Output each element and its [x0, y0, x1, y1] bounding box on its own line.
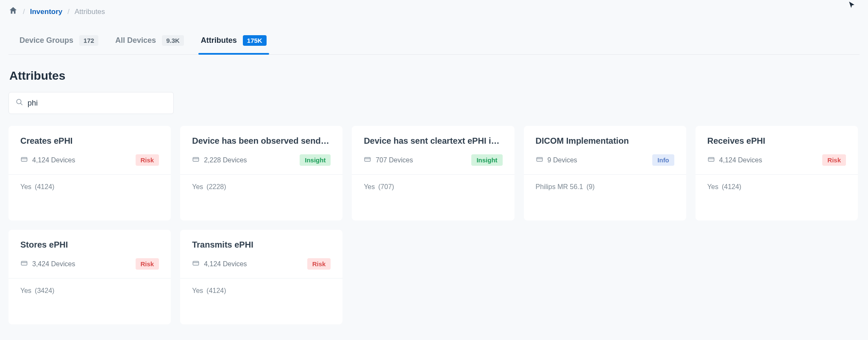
attribute-card-title: Creates ePHI [20, 136, 159, 146]
page-title: Attributes [9, 69, 859, 83]
attribute-card[interactable]: DICOM Implementation 9 Devices Info Phil… [524, 126, 686, 220]
attribute-value-label: Yes [192, 287, 203, 295]
attribute-value-count: (4124) [206, 287, 226, 295]
cursor-icon [848, 1, 856, 11]
breadcrumb-current: Attributes [75, 8, 105, 16]
device-count-text: 707 Devices [376, 156, 413, 164]
attribute-value-row: Yes (4124) [20, 183, 159, 191]
svg-rect-6 [365, 157, 371, 161]
tab-count-badge: 175K [243, 35, 267, 46]
device-count-text: 2,228 Devices [204, 156, 247, 164]
tab-label: Attributes [201, 36, 237, 45]
device-count-text: 4,124 Devices [719, 156, 762, 164]
attribute-value-count: (2228) [206, 183, 226, 191]
attribute-badge: Insight [471, 154, 502, 166]
attribute-value-count: (707) [378, 183, 394, 191]
breadcrumb-separator: / [67, 8, 70, 16]
tab-count-badge: 9.3K [162, 35, 184, 46]
attribute-value-row: Philips MR 56.1 (9) [536, 183, 674, 191]
attribute-value-count: (9) [587, 183, 595, 191]
attribute-card[interactable]: Creates ePHI 4,124 Devices Risk Yes (412… [8, 126, 171, 220]
device-icon [192, 259, 200, 269]
attribute-card[interactable]: Device has been observed sending… 2,228 … [180, 126, 342, 220]
device-count-text: 3,424 Devices [32, 260, 75, 268]
device-count-text: 4,124 Devices [32, 156, 75, 164]
device-count: 3,424 Devices [20, 259, 75, 269]
attribute-badge: Risk [136, 258, 159, 270]
attribute-value-label: Philips MR 56.1 [536, 183, 583, 191]
tab-device-groups[interactable]: Device Groups 172 [17, 28, 101, 54]
attribute-card[interactable]: Receives ePHI 4,124 Devices Risk Yes (41… [696, 126, 858, 220]
search-icon [16, 98, 23, 108]
device-count: 4,124 Devices [20, 156, 75, 165]
attribute-badge: Risk [822, 154, 846, 166]
device-count: 707 Devices [364, 156, 413, 165]
device-count: 4,124 Devices [707, 156, 762, 165]
attribute-value-row: Yes (2228) [192, 183, 331, 191]
device-icon [707, 156, 715, 165]
svg-rect-2 [21, 157, 27, 161]
attribute-card-title: Receives ePHI [707, 136, 846, 146]
attribute-badge: Insight [300, 154, 331, 166]
attribute-value-count: (4124) [722, 183, 741, 191]
attribute-card-title: Device has sent cleartext ePHI inte… [364, 136, 502, 146]
device-count-text: 4,124 Devices [204, 260, 247, 268]
device-count-text: 9 Devices [548, 156, 577, 164]
attribute-value-row: Yes (4124) [192, 287, 331, 295]
svg-rect-10 [708, 157, 714, 161]
svg-rect-4 [193, 157, 199, 161]
attribute-card-title: Device has been observed sending… [192, 136, 331, 146]
attribute-card[interactable]: Stores ePHI 3,424 Devices Risk Yes (3424… [8, 230, 171, 324]
attribute-card-title: Transmits ePHI [192, 240, 331, 250]
tab-all-devices[interactable]: All Devices 9.3K [113, 28, 186, 54]
attribute-badge: Info [652, 154, 674, 166]
svg-rect-12 [21, 261, 27, 265]
attribute-value-row: Yes (707) [364, 183, 502, 191]
device-icon [364, 156, 371, 165]
breadcrumb: / Inventory / Attributes [8, 0, 860, 23]
attribute-value-count: (4124) [35, 183, 54, 191]
attribute-value-label: Yes [364, 183, 375, 191]
breadcrumb-separator: / [23, 8, 25, 16]
attribute-value-label: Yes [20, 183, 31, 191]
home-icon[interactable] [8, 6, 18, 17]
search-box[interactable] [8, 92, 174, 114]
tab-count-badge: 172 [79, 35, 98, 46]
svg-rect-8 [537, 157, 542, 161]
attribute-card-title: DICOM Implementation [536, 136, 674, 146]
device-icon [20, 156, 28, 165]
attribute-badge: Risk [136, 154, 159, 166]
attribute-badge: Risk [307, 258, 331, 270]
breadcrumb-inventory-link[interactable]: Inventory [30, 8, 63, 16]
attribute-value-count: (3424) [35, 287, 54, 295]
attribute-value-label: Yes [707, 183, 718, 191]
attribute-value-label: Yes [192, 183, 203, 191]
attribute-card[interactable]: Device has sent cleartext ePHI inte… 707… [352, 126, 514, 220]
tab-label: All Devices [115, 36, 156, 45]
attribute-value-row: Yes (4124) [707, 183, 846, 191]
device-icon [192, 156, 200, 165]
device-count: 2,228 Devices [192, 156, 247, 165]
tabs: Device Groups 172 All Devices 9.3K Attri… [8, 28, 860, 55]
svg-line-1 [20, 103, 22, 105]
attribute-card-title: Stores ePHI [20, 240, 159, 250]
attribute-value-row: Yes (3424) [20, 287, 159, 295]
tab-attributes[interactable]: Attributes 175K [198, 28, 269, 54]
device-count: 4,124 Devices [192, 259, 247, 269]
device-count: 9 Devices [536, 156, 577, 165]
attribute-card[interactable]: Transmits ePHI 4,124 Devices Risk Yes (4… [180, 230, 342, 324]
tab-label: Device Groups [19, 36, 73, 45]
device-icon [20, 259, 28, 269]
svg-rect-14 [193, 261, 199, 265]
attribute-value-label: Yes [20, 287, 31, 295]
search-input[interactable] [28, 99, 167, 108]
svg-point-0 [17, 99, 21, 104]
device-icon [536, 156, 543, 165]
attribute-card-grid: Creates ePHI 4,124 Devices Risk Yes (412… [8, 126, 860, 324]
